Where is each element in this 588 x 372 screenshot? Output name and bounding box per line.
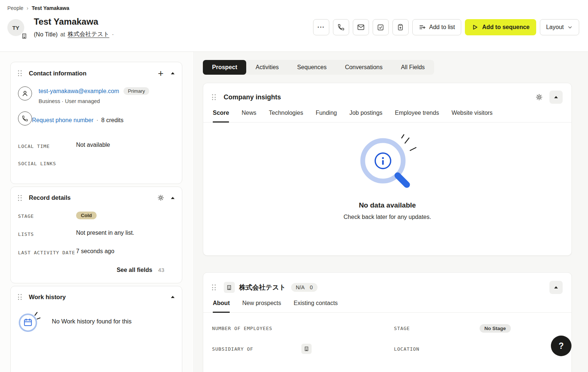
company-name: 株式会社テスト	[239, 283, 286, 292]
collapse-work-icon[interactable]	[171, 296, 175, 298]
tab-conversations[interactable]: Conversations	[336, 60, 392, 75]
identity: Test Yamakawa (No Title) at 株式会社テスト ·	[34, 16, 114, 38]
insights-tab-funding[interactable]: Funding	[316, 110, 337, 122]
header-row: TY Test Yamakawa (No Title) at 株式会社テスト ·…	[7, 16, 579, 38]
page: People › Test Yamakawa TY Test Yamakawa …	[0, 0, 588, 372]
collapse-insights-button[interactable]	[549, 91, 563, 104]
add-contact-info-button[interactable]: +	[158, 70, 164, 77]
list-plus-icon	[419, 24, 426, 31]
breadcrumb: People › Test Yamakawa	[7, 5, 579, 11]
dot-separator: ·	[96, 117, 98, 124]
email-button[interactable]	[353, 19, 369, 35]
triangle-up-icon	[554, 286, 558, 288]
insights-tab-technologies[interactable]: Technologies	[269, 110, 303, 122]
help-button[interactable]: ?	[551, 336, 571, 356]
last-activity-row: LAST ACTIVITY DATE 7 seconds ago	[18, 248, 175, 256]
company-stage-label: STAGE	[394, 326, 480, 331]
task-button[interactable]	[373, 19, 389, 35]
check-square-icon	[377, 24, 384, 31]
company-card-header: 株式会社テスト N/A 0	[212, 281, 563, 294]
local-time-row: LOCAL TIME Not available	[18, 142, 175, 150]
call-button[interactable]	[333, 19, 349, 35]
clipboard-plus-icon	[397, 24, 404, 31]
email-link[interactable]: test-yamakawa@example.com	[39, 88, 119, 95]
tab-all-fields[interactable]: All Fields	[392, 60, 434, 75]
insights-tabs: Score News Technologies Funding Job post…	[203, 110, 571, 123]
ellipsis-icon: ···	[318, 24, 325, 31]
stage-label: STAGE	[18, 212, 76, 220]
contact-card-header: Contact information +	[18, 70, 175, 77]
layout-button[interactable]: Layout	[540, 19, 579, 35]
collapse-record-icon[interactable]	[171, 197, 175, 199]
add-to-list-button[interactable]: Add to list	[412, 19, 461, 35]
insights-title: Company insights	[224, 93, 281, 101]
insights-header: Company insights	[212, 91, 563, 104]
stage-badge: Cold	[76, 212, 97, 219]
drag-handle-icon[interactable]	[18, 294, 22, 300]
location-label: LOCATION	[394, 346, 480, 352]
drag-handle-icon[interactable]	[212, 94, 216, 100]
phone-credits: 8 credits	[101, 117, 123, 124]
company-stage-badge: No Stage	[480, 324, 511, 333]
page-title: Test Yamakawa	[34, 16, 114, 27]
drag-handle-icon[interactable]	[212, 284, 216, 290]
see-all-fields-link[interactable]: See all fields	[116, 267, 152, 273]
person-title: (No Title)	[34, 31, 58, 38]
sequence-play-icon	[472, 24, 479, 31]
main-area: Prospect Activities Sequences Conversati…	[194, 52, 588, 372]
drag-handle-icon[interactable]	[18, 195, 22, 201]
record-settings-gear-icon[interactable]	[157, 194, 164, 201]
company-building-icon	[21, 33, 27, 39]
company-card: 株式会社テスト N/A 0 About New prospects Existi…	[203, 272, 572, 372]
add-to-sequence-button[interactable]: Add to sequence	[465, 19, 536, 35]
insights-tab-news[interactable]: News	[241, 110, 256, 122]
meeting-button[interactable]	[392, 19, 409, 35]
insights-tab-employee-trends[interactable]: Employee trends	[395, 110, 439, 122]
chevron-down-icon	[567, 24, 573, 30]
collapse-contact-icon[interactable]	[171, 72, 175, 74]
insights-tab-score[interactable]: Score	[213, 110, 229, 123]
add-to-sequence-label: Add to sequence	[482, 24, 530, 31]
insights-tab-website-visitors[interactable]: Website visitors	[452, 110, 493, 122]
insights-tab-job-postings[interactable]: Job postings	[349, 110, 383, 122]
record-tabs: Prospect Activities Sequences Conversati…	[203, 60, 434, 75]
company-score-na: N/A	[296, 284, 305, 290]
company-tab-about[interactable]: About	[213, 300, 230, 313]
left-sidebar: Contact information + test-yamakawa@exam…	[0, 52, 194, 372]
email-meta: Business · User managed	[39, 98, 149, 104]
subsidiary-field: SUBSIDIARY OF	[212, 344, 394, 354]
insights-empty-state: No data available Check back later for a…	[212, 131, 563, 220]
contact-email-icon	[18, 86, 32, 100]
more-actions-button[interactable]: ···	[313, 19, 329, 35]
tab-prospect[interactable]: Prospect	[203, 60, 246, 75]
breadcrumb-people-link[interactable]: People	[7, 5, 24, 11]
drag-handle-icon[interactable]	[18, 70, 22, 76]
lists-row: LISTS Not present in any list.	[18, 230, 175, 238]
tab-activities[interactable]: Activities	[246, 60, 288, 75]
record-card-header: Record details	[18, 194, 175, 201]
company-score-badge: N/A 0	[291, 283, 318, 292]
insights-settings-gear-icon[interactable]	[535, 93, 543, 101]
at-word: at	[60, 31, 65, 38]
layout-label: Layout	[546, 24, 564, 31]
add-to-list-label: Add to list	[429, 24, 455, 31]
company-tabs: About New prospects Existing contacts	[203, 300, 571, 313]
avatar-wrap: TY	[7, 19, 24, 36]
company-stage-field: STAGE No Stage	[394, 323, 563, 333]
collapse-company-button[interactable]	[549, 281, 563, 294]
company-tab-new-prospects[interactable]: New prospects	[242, 300, 281, 312]
breadcrumb-separator: ›	[27, 5, 29, 11]
social-links-row: SOCIAL LINKS	[18, 159, 175, 167]
building-icon	[224, 282, 235, 293]
subsidiary-building-icon	[301, 344, 312, 354]
request-phone-link[interactable]: Request phone number	[32, 117, 93, 124]
triangle-up-icon	[554, 96, 558, 98]
company-tab-existing-contacts[interactable]: Existing contacts	[294, 300, 338, 312]
tab-sequences[interactable]: Sequences	[288, 60, 336, 75]
social-links-label: SOCIAL LINKS	[18, 159, 76, 167]
insights-empty-title: No data available	[359, 201, 416, 209]
company-link[interactable]: 株式会社テスト	[68, 31, 109, 38]
subsidiary-label: SUBSIDIARY OF	[212, 346, 301, 352]
stage-row: STAGE Cold	[18, 212, 175, 220]
work-history-empty-text: No Work history found for this	[52, 317, 132, 326]
